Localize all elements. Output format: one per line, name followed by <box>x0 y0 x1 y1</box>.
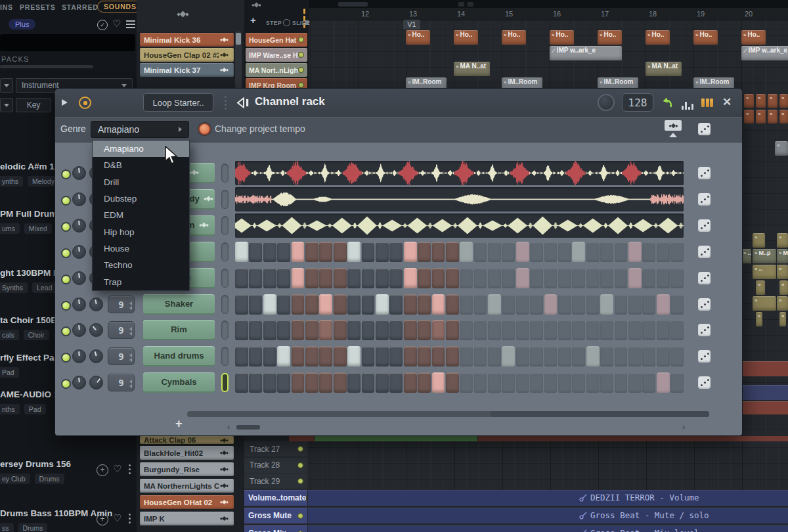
pattern-clip[interactable]: ⟋IMP w..ark_e <box>741 46 788 60</box>
step-cell[interactable] <box>249 242 262 262</box>
step-cell[interactable] <box>558 294 571 315</box>
step-cell[interactable] <box>263 268 276 288</box>
more-options-button[interactable] <box>129 514 131 516</box>
channel-button[interactable]: Attack Clap 06 <box>140 436 234 444</box>
add-clip-button[interactable]: + <box>250 14 256 26</box>
step-cell[interactable] <box>235 268 248 288</box>
step-cell[interactable] <box>347 320 361 340</box>
step-cell[interactable] <box>347 242 361 262</box>
step-cell[interactable] <box>502 372 515 393</box>
dice-icon[interactable] <box>698 350 711 363</box>
step-cell[interactable] <box>362 372 375 393</box>
step-cell[interactable] <box>670 268 684 288</box>
step-cell[interactable] <box>334 242 347 262</box>
step-cell[interactable] <box>404 320 417 340</box>
card-tag[interactable]: ss <box>0 523 14 532</box>
dropdown-item[interactable]: EDM <box>93 207 189 223</box>
channel-led[interactable] <box>61 169 71 179</box>
check-circle-icon[interactable]: ✓ <box>97 20 108 30</box>
step-cell[interactable] <box>586 294 600 315</box>
step-cell[interactable] <box>615 242 628 262</box>
step-toggle[interactable] <box>283 19 290 26</box>
step-cell[interactable] <box>376 294 389 315</box>
step-cell[interactable] <box>460 320 473 340</box>
step-cell[interactable] <box>600 346 613 366</box>
step-cell[interactable] <box>376 372 389 393</box>
step-cell[interactable] <box>544 372 558 393</box>
scroll-left-arrow[interactable]: ‹ <box>227 422 230 432</box>
clip-source-item[interactable]: HouseGen Hat 02 <box>246 33 307 47</box>
pattern-clip[interactable]: » <box>768 110 777 123</box>
channel-selector[interactable] <box>221 295 229 314</box>
step-cell[interactable] <box>376 320 389 340</box>
step-cell[interactable] <box>292 268 305 288</box>
pattern-clip[interactable]: »Ho.. <box>598 30 622 45</box>
step-cell[interactable] <box>586 268 600 288</box>
step-cell[interactable] <box>432 294 445 315</box>
step-cell[interactable] <box>572 242 585 262</box>
step-cell[interactable] <box>488 346 501 366</box>
step-cell[interactable] <box>418 242 431 262</box>
rack-scrollbar-handle[interactable] <box>236 425 260 430</box>
step-cell[interactable] <box>670 320 684 340</box>
step-cell[interactable] <box>600 372 613 393</box>
step-cell[interactable] <box>277 346 290 366</box>
channel-name-button[interactable]: Shaker <box>143 294 215 315</box>
pattern-clip[interactable]: »Ho.. <box>406 30 430 45</box>
card-tag[interactable]: ynths <box>0 176 23 187</box>
step-cell[interactable] <box>305 242 318 262</box>
pattern-clip[interactable]: »M <box>777 249 788 263</box>
track-row-header[interactable]: Track 29 <box>244 474 307 489</box>
undo-icon[interactable] <box>661 96 674 109</box>
step-cell[interactable] <box>558 346 571 366</box>
card-tag[interactable]: Choir <box>24 330 49 340</box>
pattern-clip[interactable]: »Ho.. <box>502 30 526 45</box>
clip-source-item[interactable]: IMP Ware..se Hall <box>246 48 307 62</box>
step-cell[interactable] <box>404 372 417 393</box>
wave-display[interactable] <box>235 213 684 238</box>
step-cell[interactable] <box>586 320 600 340</box>
pattern-clip[interactable]: » <box>775 141 788 156</box>
dropdown-item[interactable]: Drill <box>93 174 189 190</box>
window-drag-area[interactable] <box>338 2 368 7</box>
channel-led[interactable] <box>61 353 71 363</box>
step-cell[interactable] <box>530 242 543 262</box>
step-cell[interactable] <box>334 268 347 288</box>
step-cell[interactable] <box>249 346 262 366</box>
filter-mini-dropdown-2[interactable] <box>0 98 13 112</box>
step-cell[interactable] <box>558 320 571 340</box>
genre-dropdown[interactable]: Amapiano <box>91 121 189 138</box>
layout-mini-icon[interactable] <box>303 9 307 30</box>
rack-scrollbar[interactable] <box>187 411 709 417</box>
step-cell[interactable] <box>362 268 375 288</box>
step-cell[interactable] <box>657 320 670 340</box>
dropdown-item[interactable]: Dubstep <box>93 190 189 207</box>
layout-grid-icon[interactable] <box>701 98 714 110</box>
channel-button[interactable]: Minimal Kick 36 <box>140 33 234 47</box>
track-row-header[interactable]: Track 27 <box>244 441 307 456</box>
favorite-button[interactable]: ♡ <box>113 463 121 475</box>
step-cell[interactable] <box>558 372 571 393</box>
step-cell[interactable] <box>263 320 276 340</box>
step-cell[interactable] <box>319 346 332 366</box>
step-cell[interactable] <box>362 294 375 315</box>
automation-clip-fragment[interactable] <box>742 385 788 400</box>
card-tag[interactable]: Drums <box>18 523 48 532</box>
step-cell[interactable] <box>586 242 600 262</box>
sound-card[interactable]: ersey Drums 156ey ClubDrums+♡ <box>0 459 137 489</box>
tab-starred[interactable]: STARRED <box>62 3 98 11</box>
step-cell[interactable] <box>586 372 600 393</box>
step-cell[interactable] <box>530 294 543 315</box>
step-cell[interactable] <box>502 320 515 340</box>
pattern-clip[interactable]: »Ho.. <box>550 30 574 45</box>
step-cell[interactable] <box>305 372 318 393</box>
pattern-clip[interactable]: » <box>768 94 777 108</box>
menu-icon[interactable] <box>126 20 135 22</box>
step-cell[interactable] <box>670 294 684 315</box>
tempo-display[interactable]: 128 <box>622 93 653 112</box>
channel-selector[interactable] <box>221 269 229 288</box>
step-cell[interactable] <box>516 320 529 340</box>
step-cell[interactable] <box>516 294 529 315</box>
pan-knob[interactable] <box>72 298 86 311</box>
step-cell[interactable] <box>389 320 403 340</box>
